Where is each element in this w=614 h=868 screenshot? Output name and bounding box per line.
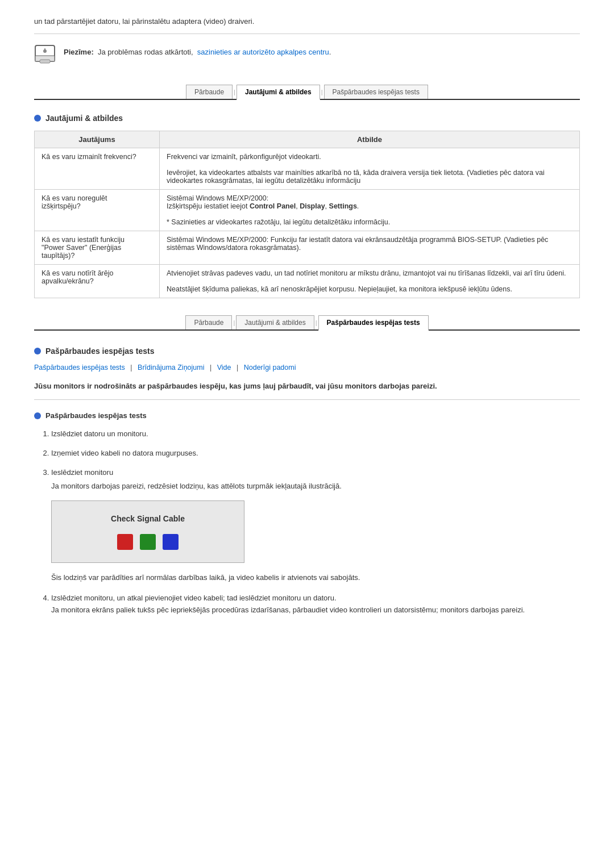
dot-blue xyxy=(163,534,179,550)
sub-link-4[interactable]: Noderīgi padomi xyxy=(244,364,296,372)
col-answer: Atbilde xyxy=(160,131,580,148)
signal-dots xyxy=(65,534,230,550)
self-test-dot xyxy=(34,348,41,354)
step-3-note: Šis lodziņš var parādīties arī normālas … xyxy=(51,572,580,584)
sub-links: Pašpārbaudes iespējas tests | Brīdinājum… xyxy=(34,364,580,372)
question-2: Kā es varu noregulētizšķirtspēju? xyxy=(35,190,160,231)
step-4-text: Izslēdziet monitoru, un atkal pievienoji… xyxy=(51,592,580,616)
tab-pasparbaude2[interactable]: Pašpārbaudes iespējas tests xyxy=(318,315,429,331)
tabs-nav-2: Pārbaude | Jautājumi & atbildes | Pašpār… xyxy=(34,315,580,331)
note-link[interactable]: sazinieties ar autorizēto apkalpes centr… xyxy=(197,48,329,56)
question-4: Kā es varu notīrīt ārējoapvalku/ekrānu? xyxy=(35,265,160,298)
answer-3: Sistēmai Windows ME/XP/2000: Funkciju fa… xyxy=(160,231,580,265)
dot-red xyxy=(117,534,133,550)
self-test-title: Pašpārbaudes iespējas tests xyxy=(45,347,154,356)
answer-2: Sistēmai Windows ME/XP/2000: Izšķirtspēj… xyxy=(160,190,580,231)
answer-4: Atvienojiet strāvas padeves vadu, un tad… xyxy=(160,265,580,298)
note-text: Piezīme: Ja problēmas rodas atkārtoti, s… xyxy=(64,44,331,56)
step-3-text: Ieslēdziet monitoru xyxy=(51,468,113,477)
table-row: Kā es varu noregulētizšķirtspēju? Sistēm… xyxy=(35,190,580,231)
sub-link-3[interactable]: Vide xyxy=(217,364,231,372)
tab-jautajumi[interactable]: Jautājumi & atbildes xyxy=(237,85,320,100)
table-row: Kā es varu notīrīt ārējoapvalku/ekrānu? … xyxy=(35,265,580,298)
steps-list: Izslēdziet datoru un monitoru. Izņemiet … xyxy=(34,428,580,616)
svg-rect-2 xyxy=(40,60,50,63)
svg-rect-4 xyxy=(44,48,45,53)
col-question: Jautājums xyxy=(35,131,160,148)
tab-pasparbaude[interactable]: Pašpārbaudes iespējas tests xyxy=(324,85,428,99)
signal-cable-box: Check Signal Cable xyxy=(51,500,244,563)
self-test-section: Pašpārbaudes iespējas tests Pašpārbaudes… xyxy=(34,347,580,616)
qa-title: Jautājumi & atbildes xyxy=(45,114,123,123)
sub-section-dot xyxy=(34,412,41,419)
qa-table: Jautājums Atbilde Kā es varu izmainīt fr… xyxy=(34,131,580,298)
self-test-intro: Jūsu monitors ir nodrošināts ar pašpārba… xyxy=(34,382,580,400)
step-4: Izslēdziet monitoru, un atkal pievienoji… xyxy=(51,592,580,616)
table-row: Kā es varu izmainīt frekvenci? Frekvenci… xyxy=(35,148,580,190)
sub-link-2[interactable]: Brīdinājuma Ziņojumi xyxy=(138,364,204,372)
question-3: Kā es varu iestatīt funkciju"Power Saver… xyxy=(35,231,160,265)
tab-jautajumi2[interactable]: Jautājumi & atbildes xyxy=(236,315,314,329)
dot-green xyxy=(140,534,156,550)
tabs-nav-1: Pārbaude | Jautājumi & atbildes | Pašpār… xyxy=(34,85,580,100)
sub-section-header: Pašpārbaudes iespējas tests xyxy=(34,411,580,420)
self-test-header: Pašpārbaudes iespējas tests xyxy=(34,347,580,356)
qa-section-header: Jautājumi & atbildes xyxy=(34,114,580,123)
sub-link-1[interactable]: Pašpārbaudes iespējas tests xyxy=(34,364,125,372)
tab-parbaude[interactable]: Pārbaude xyxy=(186,85,233,99)
top-text: un tad pārstartējiet datoru, lai pārinst… xyxy=(34,17,580,34)
step-3-detail: Ja monitors darbojas pareizi, redzēsiet … xyxy=(51,480,580,493)
qa-dot xyxy=(34,115,41,122)
question-1: Kā es varu izmainīt frekvenci? xyxy=(35,148,160,190)
note-icon xyxy=(34,44,56,68)
step-3: Ieslēdziet monitoru Ja monitors darbojas… xyxy=(51,466,580,584)
answer-1: Frekvenci var izmainīt, pārkonfigurējot … xyxy=(160,148,580,190)
table-row: Kā es varu iestatīt funkciju"Power Saver… xyxy=(35,231,580,265)
step-2: Izņemiet video kabeli no datora mugurpus… xyxy=(51,447,580,460)
step-1: Izslēdziet datoru un monitoru. xyxy=(51,428,580,440)
note-box: Piezīme: Ja problēmas rodas atkārtoti, s… xyxy=(34,44,580,68)
note-label: Piezīme: xyxy=(64,48,94,56)
tab-parbaude2[interactable]: Pārbaude xyxy=(185,315,232,329)
signal-box-title: Check Signal Cable xyxy=(65,512,230,526)
sub-section-title: Pašpārbaudes iespējas tests xyxy=(45,411,147,420)
